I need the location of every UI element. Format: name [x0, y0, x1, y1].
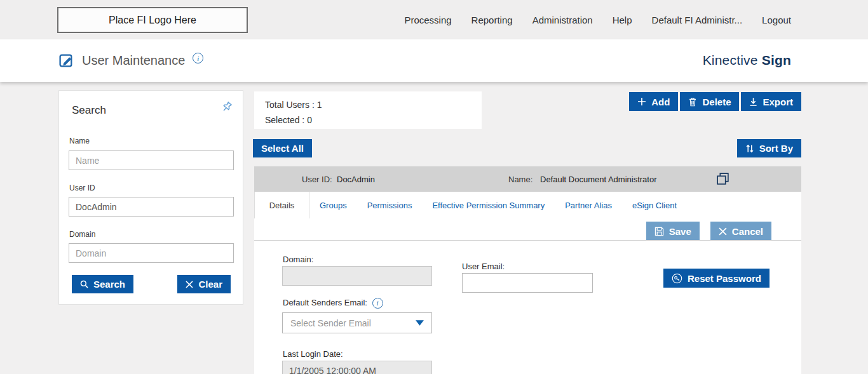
page-info-icon[interactable]: i	[193, 53, 203, 63]
user-maintenance-icon	[58, 53, 74, 69]
user-id-label: User ID:	[302, 175, 332, 184]
search-icon	[80, 280, 88, 288]
add-button[interactable]: Add	[629, 92, 678, 111]
clear-button[interactable]: Clear	[177, 275, 231, 293]
nav-current-user[interactable]: Default FI Administr...	[652, 15, 743, 25]
default-senders-email-label: Default Senders Email: i	[283, 298, 383, 309]
last-login-label: Last Login Date:	[283, 349, 343, 359]
domain-readonly-input	[282, 266, 432, 286]
clear-x-icon	[186, 281, 193, 288]
default-senders-email-label-text: Default Senders Email:	[283, 298, 367, 307]
nav-logout[interactable]: Logout	[762, 15, 791, 25]
reset-password-label: Reset Password	[688, 273, 761, 284]
trash-icon	[688, 97, 697, 107]
record-actions: Add Delete Export	[629, 92, 801, 111]
tab-groups[interactable]: Groups	[309, 192, 357, 218]
search-panel-title: Search	[72, 104, 106, 117]
key-circle-icon	[672, 273, 682, 284]
fi-logo-placeholder: Place FI Logo Here	[57, 7, 248, 33]
senders-email-info-icon[interactable]: i	[372, 298, 383, 309]
form-divider	[254, 240, 801, 241]
pin-icon[interactable]	[215, 97, 236, 118]
last-login-readonly-input	[282, 361, 432, 374]
reset-password-button[interactable]: Reset Password	[663, 269, 770, 288]
name-input[interactable]	[69, 150, 234, 170]
plus-icon	[637, 97, 646, 106]
delete-button[interactable]: Delete	[680, 92, 739, 111]
userid-field-label: User ID	[69, 184, 95, 192]
delete-button-label: Delete	[702, 97, 731, 107]
domain-form-label: Domain:	[283, 255, 313, 264]
user-name-label: Name:	[508, 175, 532, 184]
sender-email-dropdown[interactable]: Select Sender Email	[282, 312, 432, 333]
brand-name-bold: Sign	[762, 53, 791, 67]
page-title: User Maintenance	[82, 53, 185, 68]
user-email-input[interactable]	[462, 273, 593, 293]
chevron-down-icon	[416, 320, 424, 326]
export-button[interactable]: Export	[741, 92, 801, 111]
cancel-button[interactable]: Cancel	[710, 222, 771, 241]
fi-logo-text: Place FI Logo Here	[109, 15, 196, 26]
select-all-button[interactable]: Select All	[253, 139, 312, 157]
domain-input[interactable]	[69, 243, 234, 263]
save-disk-icon	[654, 227, 664, 236]
user-id-value: DocAdmin	[337, 175, 375, 184]
user-header-row[interactable]: User ID: DocAdmin Name: Default Document…	[254, 166, 801, 192]
sender-email-dropdown-placeholder: Select Sender Email	[290, 318, 371, 328]
user-email-label: User Email:	[462, 262, 505, 271]
select-all-label: Select All	[261, 143, 304, 154]
save-button[interactable]: Save	[646, 222, 700, 241]
domain-field-label: Domain	[69, 230, 95, 239]
add-button-label: Add	[651, 97, 670, 107]
nav-administration[interactable]: Administration	[532, 15, 593, 25]
tab-esign-client[interactable]: eSign Client	[622, 192, 687, 218]
brand-name-regular: Kinective	[703, 53, 758, 67]
export-button-label: Export	[763, 97, 793, 107]
sort-by-button[interactable]: Sort By	[737, 139, 801, 157]
clear-button-label: Clear	[198, 279, 222, 290]
brand-logo: Kinective Sign	[703, 53, 791, 68]
tab-details[interactable]: Details	[254, 192, 309, 218]
total-users-text: Total Users : 1	[265, 97, 471, 112]
search-button-label: Search	[93, 279, 125, 290]
top-navigation: Processing Reporting Administration Help…	[404, 0, 791, 39]
search-panel: Search Name User ID Domain Search Clear	[58, 90, 243, 305]
sort-arrows-icon	[745, 144, 754, 153]
tab-partner-alias[interactable]: Partner Alias	[555, 192, 622, 218]
form-actions: Save Cancel	[646, 222, 771, 241]
nav-reporting[interactable]: Reporting	[471, 15, 513, 25]
title-bar: User Maintenance i Kinective Sign	[0, 39, 868, 82]
copy-icon[interactable]	[715, 171, 730, 188]
nav-help[interactable]: Help	[613, 15, 632, 25]
summary-card: Total Users : 1 Selected : 0	[254, 91, 482, 129]
cancel-button-label: Cancel	[732, 226, 763, 237]
tab-effective-permission-summary[interactable]: Effective Permission Summary	[422, 192, 555, 218]
search-button[interactable]: Search	[72, 275, 133, 293]
selected-count-text: Selected : 0	[265, 112, 471, 128]
nav-processing[interactable]: Processing	[404, 15, 451, 25]
sort-by-label: Sort By	[759, 143, 793, 154]
save-button-label: Save	[669, 226, 691, 237]
user-name-value: Default Document Administrator	[540, 175, 657, 184]
userid-input[interactable]	[69, 197, 234, 217]
detail-panel: Details Groups Permissions Effective Per…	[254, 192, 801, 374]
detail-tabs: Details Groups Permissions Effective Per…	[254, 192, 801, 218]
name-field-label: Name	[69, 137, 90, 145]
cancel-x-icon	[719, 227, 727, 236]
top-bar: Place FI Logo Here Processing Reporting …	[0, 0, 868, 39]
download-icon	[749, 97, 757, 107]
tab-permissions[interactable]: Permissions	[357, 192, 423, 218]
